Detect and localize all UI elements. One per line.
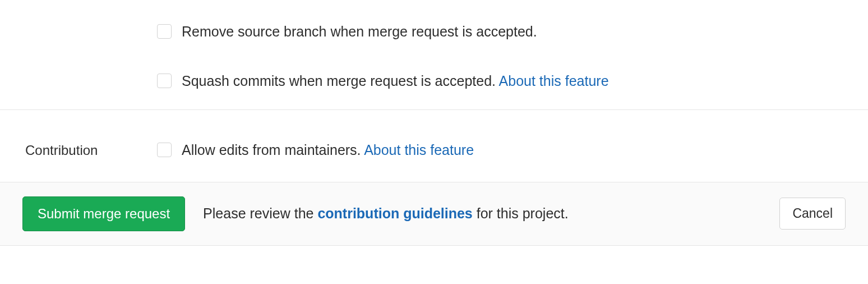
contribution-section-label: Contribution xyxy=(25,141,157,159)
review-hint: Please review the contribution guideline… xyxy=(203,205,569,222)
squash-about-link[interactable]: About this feature xyxy=(499,73,609,89)
remove-branch-checkbox[interactable] xyxy=(157,24,172,39)
remove-branch-row: Remove source branch when merge request … xyxy=(157,22,868,41)
submit-merge-request-button[interactable]: Submit merge request xyxy=(22,196,185,231)
allow-edits-label: Allow edits from maintainers. About this… xyxy=(182,141,474,159)
allow-edits-about-link[interactable]: About this feature xyxy=(364,142,474,158)
squash-commits-checkbox[interactable] xyxy=(157,74,172,88)
allow-edits-row: Allow edits from maintainers. About this… xyxy=(157,141,843,159)
cancel-button[interactable]: Cancel xyxy=(779,198,846,230)
contribution-section: Contribution Allow edits from maintainer… xyxy=(0,110,868,182)
squash-commits-row: Squash commits when merge request is acc… xyxy=(157,72,868,90)
form-footer: Submit merge request Please review the c… xyxy=(0,182,868,246)
squash-commits-label: Squash commits when merge request is acc… xyxy=(182,72,609,90)
merge-options-section: Remove source branch when merge request … xyxy=(0,0,868,109)
contribution-guidelines-link[interactable]: contribution guidelines xyxy=(317,205,472,221)
remove-branch-label: Remove source branch when merge request … xyxy=(182,22,537,41)
allow-edits-checkbox[interactable] xyxy=(157,143,172,157)
